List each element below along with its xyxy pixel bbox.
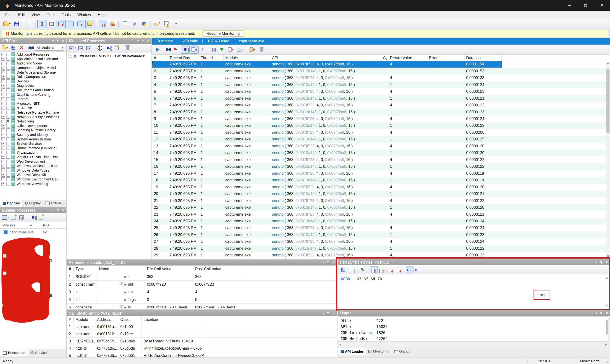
api-filter-tree-item[interactable]: +Application Installation and — [0, 57, 66, 61]
api-call-row[interactable]: 57:49:20.695 PM1captureme.exesendto ( 36… — [152, 88, 606, 95]
panel-menu-icon[interactable]: ▾ — [52, 209, 54, 212]
close-icon[interactable]: ✕ — [605, 312, 608, 315]
process-properties-icon[interactable] — [112, 45, 120, 52]
api-call-row[interactable]: 227:49:20.695 PM1captureme.exesendto ( 3… — [152, 204, 606, 211]
scroll-left-icon[interactable] — [339, 343, 341, 346]
api-filter-tree-item[interactable]: +Documents and Printing — [0, 88, 66, 92]
find-icon[interactable] — [163, 46, 171, 54]
api-filter-tree-item[interactable]: +Undocumented (UnDoc'd) — [0, 146, 66, 150]
pause-alerts-icon[interactable] — [108, 20, 117, 28]
scroll-thumb[interactable] — [606, 320, 608, 335]
highlight-grid-icon[interactable]: ▸ — [172, 46, 181, 54]
api-call-row[interactable]: 117:49:20.695 PM1captureme.exesendto ( 3… — [152, 129, 606, 136]
close-icon[interactable]: ✕ — [605, 261, 608, 264]
close-icon[interactable]: ✕ — [332, 312, 335, 315]
menu-window[interactable]: Window — [74, 12, 94, 18]
close-process-icon[interactable] — [18, 214, 26, 221]
close-window-icon[interactable] — [76, 20, 85, 28]
byte-group-2-button[interactable]: 2 — [378, 266, 386, 273]
tab-capture[interactable]: Capture — [0, 200, 23, 207]
api-filter-tree-item[interactable]: +NT Native — [0, 106, 66, 110]
stop-monitoring-icon[interactable] — [85, 45, 92, 52]
api-call-row[interactable]: 67:49:20.695 PM1captureme.exesendto ( 36… — [152, 95, 606, 102]
close-icon[interactable]: ✕ — [147, 39, 150, 42]
api-call-row[interactable]: 247:49:20.695 PM1captureme.exesendto ( 3… — [152, 218, 606, 224]
menu-tools[interactable]: Tools — [58, 12, 74, 18]
col-time[interactable]: Time of Day — [168, 55, 199, 61]
api-filter-tree-item[interactable]: +Scripting Runtime Library — [0, 128, 66, 132]
api-call-row[interactable]: 157:49:20.695 PM1captureme.exesendto ( 3… — [152, 156, 606, 163]
api-filter-tree-item[interactable]: +Graphics and Gaming — [0, 92, 66, 97]
api-call-row[interactable]: 87:49:20.695 PM1captureme.exesendto ( 36… — [152, 109, 606, 115]
monitored-process-row[interactable]: + C:\Users\LENOVO LEGION\Downloads\ — [67, 52, 152, 59]
close-button[interactable]: ✕ — [594, 0, 610, 11]
refresh-buffer-icon[interactable]: ↻ — [359, 266, 366, 273]
panel-menu-icon[interactable]: ▾ — [52, 39, 54, 42]
col-module[interactable]: Module — [74, 316, 95, 323]
options-wrench-icon[interactable] — [130, 20, 139, 28]
search-icon[interactable] — [383, 56, 386, 59]
api-call-row[interactable]: 187:49:20.695 PM1captureme.exesendto ( 3… — [152, 177, 606, 183]
api-call-row[interactable]: 237:49:20.695 PM1captureme.exesendto ( 3… — [152, 211, 606, 218]
output-hscrollbar[interactable] — [338, 342, 608, 347]
copy-buffer-icon[interactable] — [348, 266, 355, 273]
trash-icon[interactable] — [124, 45, 131, 52]
api-filter-tree-item[interactable]: +Diagnostics — [0, 83, 66, 88]
api-filter-tree-item[interactable]: +System Administration — [0, 137, 66, 141]
tab-extern-[interactable]: Extern... — [43, 200, 66, 207]
api-call-row[interactable]: 17:49:20.695 PM1captureme.exesendto ( 36… — [152, 61, 606, 68]
api-filter-tree-item[interactable]: +Netscape Portable Runtime — [0, 110, 66, 115]
monitor-process-icon[interactable]: ▾ — [1, 214, 9, 221]
col-api[interactable]: API — [270, 55, 388, 61]
process-tree-icon[interactable] — [104, 45, 112, 52]
close-icon[interactable]: ✕ — [62, 209, 65, 212]
call-tree-view-icon[interactable] — [181, 46, 190, 54]
autoscroll-icon[interactable] — [217, 46, 226, 54]
panel-menu-icon[interactable]: ▾ — [323, 312, 324, 315]
decode-params-icon[interactable]: ◆ — [190, 46, 199, 54]
pause-monitoring-icon[interactable] — [98, 20, 107, 28]
col-post-call-value[interactable]: Post-Call Value — [193, 265, 248, 273]
pin-icon[interactable] — [327, 312, 329, 315]
col-error[interactable]: Error — [427, 55, 465, 61]
api-filter-tree-item[interactable]: +Windows Environment Dev — [0, 177, 66, 182]
help-book-icon[interactable] — [152, 20, 161, 28]
call-stack-row[interactable]: 1capturem...0x00131a...0x1a90 — [67, 323, 337, 330]
new-monitored-icon[interactable]: ▾ — [68, 45, 76, 52]
attach-process-icon[interactable] — [47, 20, 56, 28]
api-call-row[interactable]: 177:49:20.695 PM1captureme.exesendto ( 3… — [152, 170, 606, 177]
expand-icon[interactable]: + — [68, 54, 72, 58]
api-filter-tree-item[interactable]: +Windows Data Types — [0, 168, 66, 172]
api-filter-tree-item[interactable]: +Windows Driver Kit — [0, 172, 66, 177]
parameter-row[interactable]: 3int◆len44 — [67, 288, 337, 296]
close-icon[interactable]: ✕ — [62, 39, 65, 42]
delete-filter-icon[interactable]: × — [18, 44, 26, 51]
api-filter-tree-item[interactable]: +Network Security Services ( — [0, 115, 66, 119]
break-hand-icon[interactable]: ▾ — [248, 46, 257, 54]
api-call-row[interactable]: 47:49:20.695 PM1captureme.exesendto ( 36… — [152, 81, 606, 88]
api-call-row[interactable]: 297:49:20.695 PM1captureme.exesendto ( 3… — [152, 252, 606, 259]
col-module[interactable]: Module — [224, 55, 270, 61]
security-shield-icon[interactable] — [140, 20, 149, 28]
monitor-new-process-icon[interactable] — [77, 45, 84, 52]
api-call-row[interactable]: 167:49:20.695 PM1captureme.exesendto ( 3… — [152, 163, 606, 170]
scroll-up-icon[interactable] — [607, 62, 610, 64]
api-call-row[interactable]: 37:49:20.695 PM1captureme.exesendto ( 36… — [152, 75, 606, 81]
panel-menu-icon[interactable]: ▾ — [137, 39, 139, 42]
byte-group-1-button[interactable]: 1 — [370, 266, 378, 273]
api-call-row[interactable]: 127:49:20.695 PM1captureme.exesendto ( 3… — [152, 136, 606, 143]
col-location[interactable]: Location — [142, 316, 206, 323]
modules-combo[interactable]: All Modules ▾ — [35, 45, 64, 51]
api-call-row[interactable]: 287:49:20.695 PM1captureme.exesendto ( 3… — [152, 245, 606, 252]
save-buffer-icon[interactable] — [339, 266, 347, 273]
api-filter-tree-item[interactable]: +Visual C++ Run-Time Libra — [0, 155, 66, 159]
api-filter-tree-item[interactable]: +Networking — [0, 119, 66, 124]
new-monitor-icon[interactable] — [57, 20, 66, 28]
byte-group-8-button[interactable]: 8 — [394, 266, 402, 273]
tab-api-loader[interactable]: API Loader — [338, 348, 366, 355]
scroll-down-icon[interactable] — [607, 255, 610, 257]
col-return-value[interactable]: Return Value — [388, 55, 427, 61]
col-num[interactable]: # — [152, 55, 168, 61]
byte-group-4-button[interactable]: 4 — [386, 266, 394, 273]
api-call-row[interactable]: 207:49:20.695 PM1captureme.exesendto ( 3… — [152, 191, 606, 197]
